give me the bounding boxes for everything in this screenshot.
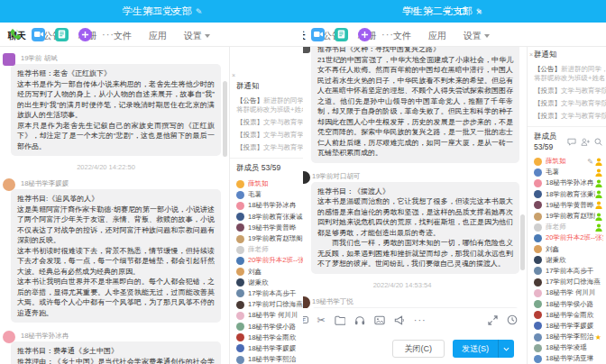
member-row[interactable]: 18秘书学李媛媛: [534, 321, 606, 332]
notice-prefix: 【投票】: [236, 143, 263, 151]
video-call-icon[interactable]: [32, 28, 45, 41]
user-avatar[interactable]: [303, 171, 310, 184]
close-chat-button[interactable]: 关闭(C): [392, 340, 445, 358]
history-clock-icon[interactable]: [507, 314, 518, 325]
member-row[interactable]: 18学前教育张秉诚: [236, 212, 303, 223]
image-icon[interactable]: [374, 315, 385, 325]
send-options-chevron-icon[interactable]: [499, 347, 514, 351]
member-row[interactable]: 17学前对口徐海燕: [534, 277, 606, 287]
edit-pencil-icon[interactable]: ✎: [196, 7, 203, 16]
user-avatar[interactable]: [3, 53, 15, 66]
send-button[interactable]: 发送(S): [453, 340, 514, 358]
scrollbar-thumb[interactable]: [520, 214, 525, 270]
user-avatar[interactable]: [303, 296, 310, 309]
member-row[interactable]: 薛筑如✎: [236, 178, 303, 189]
minimize-button[interactable]: [442, 7, 451, 16]
member-row[interactable]: 薛筑如✎: [534, 156, 606, 167]
member-row[interactable]: 20学前升本2班--张雯雯: [236, 255, 303, 266]
member-row[interactable]: 刘鑫: [236, 267, 303, 278]
scrollbar-thumb[interactable]: [223, 81, 227, 157]
member-row[interactable]: 18秘书学金雨欣: [534, 310, 606, 321]
member-row[interactable]: 18秘书学李媛媛: [236, 343, 303, 354]
more-tools-icon[interactable]: ···: [414, 314, 427, 325]
member-row[interactable]: 18秘书学孙冰冉: [236, 200, 303, 211]
maximize-button[interactable]: [458, 7, 467, 16]
member-row[interactable]: 18秘书学孙冰冉: [534, 177, 606, 188]
collapse-panel-icon[interactable]: ×: [232, 72, 235, 78]
member-row[interactable]: 18秘书学李熙治★: [534, 332, 606, 342]
more-actions-icon[interactable]: ···: [102, 29, 115, 40]
dropdown-chevron-icon[interactable]: [426, 7, 435, 16]
member-row[interactable]: 刘鑫: [534, 244, 606, 255]
message-list[interactable]: 19学前 胡斌推荐书籍：老舍《正红旗下》 这本书是作为一部自传体小说来构思的，老…: [0, 47, 222, 364]
group-notice-poll[interactable]: 【投票】文学与教育学院学生第...: [534, 99, 606, 108]
invite-member-icon[interactable]: [581, 138, 590, 146]
member-row[interactable]: 谢秉欣: [534, 255, 606, 266]
voice-call-icon[interactable]: [8, 28, 22, 41]
group-chat-icon[interactable]: [567, 138, 576, 146]
member-row[interactable]: 18秘书学侯小路: [534, 298, 606, 309]
expand-icon[interactable]: [488, 315, 498, 325]
member-row[interactable]: 薛老师: [236, 244, 303, 255]
file-folder-icon[interactable]: [335, 315, 345, 325]
group-notice-announcement[interactable]: 【公告】新进群的同学，将群昵称改为班级+姓名: [534, 65, 606, 83]
member-row[interactable]: 18秘书学汤亚琳: [534, 353, 606, 364]
tab-files[interactable]: 文件: [114, 30, 132, 42]
user-avatar[interactable]: [3, 331, 15, 343]
tab-settings[interactable]: 设置: [184, 30, 210, 42]
chat-scrollbar[interactable]: [222, 47, 229, 364]
group-notice-poll[interactable]: 【投票】文学与教育学院学生第...: [236, 131, 303, 140]
member-row[interactable]: 18秘书学侯小路: [236, 321, 303, 332]
group-notice-poll[interactable]: 【投票】文学与教育学院学生第...: [236, 118, 303, 127]
group-notice-announcement[interactable]: 【公告】新进群的同学，将群昵称改为班级+姓名: [236, 96, 303, 114]
notice-prefix: 【投票】: [534, 99, 561, 107]
gif-icon[interactable]: GIF: [303, 316, 308, 323]
member-row[interactable]: 薛老师: [534, 222, 606, 232]
member-row[interactable]: 毛薯: [534, 167, 606, 177]
audio-headset-icon[interactable]: [354, 315, 365, 325]
member-row[interactable]: 19秘书学黄普晔: [236, 223, 303, 233]
tab-settings[interactable]: 设置: [464, 30, 490, 42]
video-call-icon[interactable]: [311, 28, 325, 41]
member-row[interactable]: 19学前教育赵璟阁: [236, 233, 303, 244]
corner-label[interactable]: 早报: [402, 5, 418, 17]
message-list[interactable]: 推荐书目《火种：寻找中国复兴之路》 21世纪的中国富强了，中华大地全面建成了小康…: [303, 47, 519, 308]
close-button[interactable]: ×: [474, 7, 483, 16]
tab-files[interactable]: 文件: [393, 30, 411, 42]
search-member-icon[interactable]: [594, 138, 602, 146]
chat-scrollbar[interactable]: [519, 47, 527, 364]
member-row[interactable]: 毛薯: [236, 189, 303, 200]
add-icon[interactable]: [358, 28, 372, 41]
tab-apps[interactable]: 应用: [428, 30, 446, 42]
more-actions-icon[interactable]: ···: [381, 29, 394, 40]
member-row[interactable]: 18秘书学 何川川: [534, 287, 606, 298]
user-avatar[interactable]: [3, 178, 15, 191]
corner-label[interactable]: 早报: [146, 5, 162, 17]
edit-nickname-icon[interactable]: ✎: [587, 158, 593, 166]
member-row[interactable]: 谢秉欣: [236, 278, 303, 288]
member-row[interactable]: 19秘书学黄普晔: [534, 200, 606, 211]
group-sidebar: ×群通知【公告】新进群的同学，将群昵称改为班级+姓名【投票】文学与教育学院学生第…: [229, 47, 303, 364]
class-docs-icon[interactable]: [335, 28, 348, 41]
group-notice-poll[interactable]: 【投票】文学与教育学院学生第...: [236, 143, 303, 152]
add-icon[interactable]: [78, 28, 92, 41]
member-row[interactable]: 17学前对口徐海燕: [236, 299, 303, 310]
megaphone-icon[interactable]: [394, 315, 405, 325]
collapse-panel-icon[interactable]: ×: [529, 51, 533, 58]
class-docs-icon[interactable]: [55, 28, 69, 41]
member-row[interactable]: 17学前本高步干: [534, 266, 606, 277]
member-row[interactable]: 19学前教育赵璟阁: [534, 211, 606, 222]
member-row[interactable]: 20学前升本2班--张雯雯: [534, 232, 606, 243]
member-row[interactable]: 18秘书学凌瑶: [534, 342, 606, 353]
member-row[interactable]: 18学前教育张秉诚: [534, 189, 606, 200]
dropdown-chevron-icon[interactable]: [170, 7, 179, 16]
screenshot-scissors-icon[interactable]: ✂: [317, 314, 326, 326]
member-row[interactable]: 17学前本高步干: [236, 288, 303, 299]
group-notice-poll[interactable]: 【投票】文学与教育学院学生第...: [534, 86, 606, 96]
group-notice-poll[interactable]: 【投票】文学与教育学院学生第...: [534, 112, 606, 121]
member-row[interactable]: 18秘书学李熙治★: [236, 354, 303, 364]
member-row[interactable]: 18秘书学 何川川: [236, 310, 303, 321]
tab-apps[interactable]: 应用: [149, 30, 167, 42]
user-avatar[interactable]: [303, 47, 310, 53]
member-row[interactable]: 18秘书学金雨欣: [236, 332, 303, 343]
